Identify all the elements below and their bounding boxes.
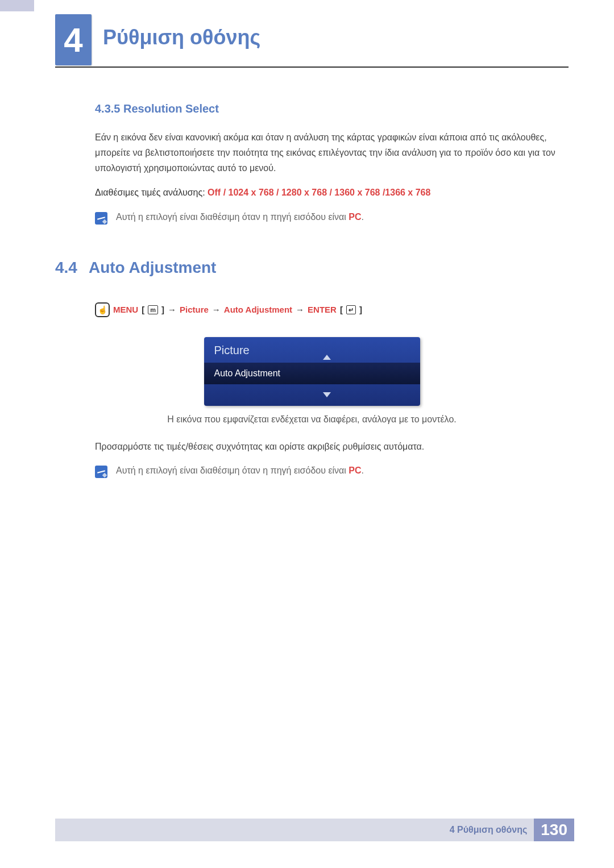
decorative-strip xyxy=(0,0,34,11)
page-number: 130 xyxy=(534,819,574,841)
arrow-icon: → xyxy=(296,305,304,314)
section-body: Προσαρμόστε τις τιμές/θέσεις συχνότητας … xyxy=(95,439,569,454)
page-footer: 4 Ρύθμιση οθόνης 130 xyxy=(55,819,574,841)
note-suffix: . xyxy=(362,212,364,222)
available-resolutions: Διαθέσιμες τιμές ανάλυσης: Off / 1024 x … xyxy=(95,188,569,198)
note-pc: PC xyxy=(349,212,361,222)
note-suffix: . xyxy=(362,466,364,475)
footer-chapter-label: 4 Ρύθμιση οθόνης xyxy=(450,825,528,835)
note-row-1: Αυτή η επιλογή είναι διαθέσιμη όταν η πη… xyxy=(95,212,569,225)
page-header: 4 Ρύθμιση οθόνης xyxy=(55,14,260,65)
arrow-icon: → xyxy=(212,305,221,314)
note-prefix: Αυτή η επιλογή είναι διαθέσιμη όταν η πη… xyxy=(116,466,349,475)
bracket: [ xyxy=(142,305,144,314)
osd-panel: Picture Auto Adjustment xyxy=(204,337,420,406)
chapter-title: Ρύθμιση οθόνης xyxy=(103,26,260,65)
section-number: 4.4 xyxy=(55,259,77,277)
auto-adj-label: Auto Adjustment xyxy=(224,305,292,314)
chapter-number-box: 4 xyxy=(55,14,92,65)
header-underline xyxy=(55,67,569,68)
note-text: Αυτή η επιλογή είναι διαθέσιμη όταν η πη… xyxy=(116,466,364,476)
figure-caption: Η εικόνα που εμφανίζεται ενδέχεται να δι… xyxy=(55,414,569,425)
subsection-body: Εάν η εικόνα δεν είναι κανονική ακόμα κα… xyxy=(95,130,569,176)
menu-path: ☝ MENU [m] → Picture → Auto Adjustment →… xyxy=(95,302,569,317)
chevron-up-icon xyxy=(323,355,331,360)
note-prefix: Αυτή η επιλογή είναι διαθέσιμη όταν η πη… xyxy=(116,212,349,222)
bracket: ] xyxy=(359,305,362,314)
bracket: ] xyxy=(161,305,164,314)
section-title: Auto Adjustment xyxy=(89,259,217,277)
page-content: 4.3.5 Resolution Select Εάν η εικόνα δεν… xyxy=(55,102,569,489)
note-text: Αυτή η επιλογή είναι διαθέσιμη όταν η πη… xyxy=(116,212,364,222)
osd-title: Picture xyxy=(204,337,420,363)
picture-label: Picture xyxy=(180,305,209,314)
menu-label: MENU xyxy=(113,305,138,314)
hand-icon: ☝ xyxy=(95,302,110,317)
note-row-2: Αυτή η επιλογή είναι διαθέσιμη όταν η πη… xyxy=(95,466,569,478)
note-pc: PC xyxy=(349,466,361,475)
subsection-heading: 4.3.5 Resolution Select xyxy=(95,102,569,115)
menu-icon: m xyxy=(148,305,158,314)
note-icon xyxy=(95,466,107,478)
section-heading-row: 4.4 Auto Adjustment xyxy=(55,259,569,277)
avail-values: Off / 1024 x 768 / 1280 x 768 / 1360 x 7… xyxy=(208,188,430,197)
enter-icon: ↵ xyxy=(346,305,356,314)
chevron-down-icon xyxy=(323,392,331,397)
bracket: [ xyxy=(340,305,343,314)
osd-selected-item: Auto Adjustment xyxy=(204,363,420,384)
osd-screenshot: Picture Auto Adjustment xyxy=(55,337,569,406)
enter-label: ENTER xyxy=(308,305,337,314)
arrow-icon: → xyxy=(168,305,176,314)
note-icon xyxy=(95,212,107,225)
avail-prefix: Διαθέσιμες τιμές ανάλυσης: xyxy=(95,188,208,197)
